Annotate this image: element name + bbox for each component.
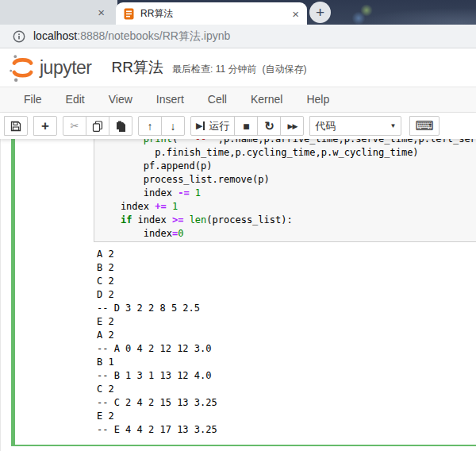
paste-icon <box>116 121 126 132</box>
jupyter-logo-text: jupyter <box>40 57 92 79</box>
close-tab-icon[interactable]: × <box>292 8 299 20</box>
move-cell-down-button[interactable]: ↓ <box>161 116 185 136</box>
menu-edit[interactable]: Edit <box>54 87 97 112</box>
notebook-favicon-icon <box>124 8 134 20</box>
url-text[interactable]: localhost:8888/notebooks/RR算法.ipynb <box>33 29 230 44</box>
fast-forward-icon: ▶▶ <box>288 122 298 130</box>
keyboard-icon: ⌨ <box>415 118 433 133</box>
code-cell-output: A 2B 2C 2D 2-- D 3 2 2 8 5 2.5E 2A 2-- A… <box>97 248 476 437</box>
cut-cell-button[interactable]: ✂ <box>63 116 86 136</box>
run-cell-button[interactable]: ▶ 运行 <box>190 116 235 136</box>
toolbar: + ✂ ↑ ↓ ▶ 运行 <box>0 113 476 139</box>
checkpoint-status: 最后检查: 11 分钟前 <box>172 63 256 76</box>
menu-cell[interactable]: Cell <box>196 87 239 112</box>
save-button[interactable] <box>4 116 28 136</box>
menu-view[interactable]: View <box>97 87 144 112</box>
jupyter-logo[interactable]: jupyter <box>8 53 92 83</box>
copy-icon <box>92 121 103 132</box>
interrupt-kernel-button[interactable]: ■ <box>234 116 258 136</box>
browser-url-bar[interactable]: localhost:8888/notebooks/RR算法.ipynb <box>0 25 476 48</box>
menu-help[interactable]: Help <box>294 87 341 112</box>
menubar: File Edit View Insert Cell Kernel Help <box>0 87 476 113</box>
command-palette-button[interactable]: ⌨ <box>409 116 439 136</box>
close-tab-icon[interactable]: × <box>98 6 105 18</box>
jupyter-header: jupyter RR算法 最后检查: 11 分钟前 (自动保存) <box>0 48 476 87</box>
cell-type-dropdown[interactable]: 代码 ▼ <box>309 116 401 136</box>
arrow-down-icon: ↓ <box>171 120 176 133</box>
notebook-title[interactable]: RR算法 <box>112 57 163 78</box>
menu-insert[interactable]: Insert <box>144 87 196 112</box>
jupyter-logo-icon <box>8 53 37 83</box>
chevron-down-icon: ▼ <box>390 122 397 129</box>
save-icon <box>10 121 21 132</box>
notebook-area: print(" -- ",p.name,p.arrive_time,p.serv… <box>0 139 476 451</box>
arrow-up-icon: ↑ <box>148 120 153 133</box>
active-tab-title: RR算法 <box>140 7 292 21</box>
browser-tab-active[interactable]: RR算法 × <box>116 2 307 25</box>
menu-file[interactable]: File <box>12 87 54 112</box>
browser-tab-inactive[interactable]: × <box>0 0 117 25</box>
restart-icon: ↻ <box>264 119 274 133</box>
paste-cell-button[interactable] <box>109 116 132 136</box>
scissors-icon: ✂ <box>71 120 79 132</box>
plus-icon: + <box>41 118 49 134</box>
run-label: 运行 <box>209 119 229 133</box>
url-host: localhost <box>33 29 77 42</box>
selected-cell-bottom-border <box>11 445 476 446</box>
autosave-status: (自动保存) <box>262 63 306 76</box>
site-info-icon[interactable] <box>13 30 25 43</box>
selected-cell-indicator <box>11 139 15 446</box>
code-cell-input[interactable]: print(" -- ",p.name,p.arrive_time,p.serv… <box>94 139 476 242</box>
add-cell-button[interactable]: + <box>33 116 57 136</box>
restart-kernel-button[interactable]: ↻ <box>257 116 281 136</box>
run-icon-bar <box>203 121 205 130</box>
menu-kernel[interactable]: Kernel <box>239 87 294 112</box>
page-left-edge <box>0 139 1 451</box>
output-text: A 2B 2C 2D 2-- D 3 2 2 8 5 2.5E 2A 2-- A… <box>97 248 476 437</box>
stop-icon: ■ <box>243 120 249 133</box>
code-editor[interactable]: print(" -- ",p.name,p.arrive_time,p.serv… <box>98 139 474 241</box>
url-path: :8888/notebooks/RR算法.ipynb <box>77 29 230 42</box>
new-tab-button[interactable]: + <box>309 2 331 23</box>
cell-type-value: 代码 <box>315 119 336 133</box>
run-icon: ▶ <box>196 121 202 131</box>
move-cell-up-button[interactable]: ↑ <box>138 116 162 136</box>
restart-run-all-button[interactable]: ▶▶ <box>280 116 304 136</box>
browser-tab-strip: × RR算法 × + <box>0 0 476 25</box>
copy-cell-button[interactable] <box>86 116 109 136</box>
